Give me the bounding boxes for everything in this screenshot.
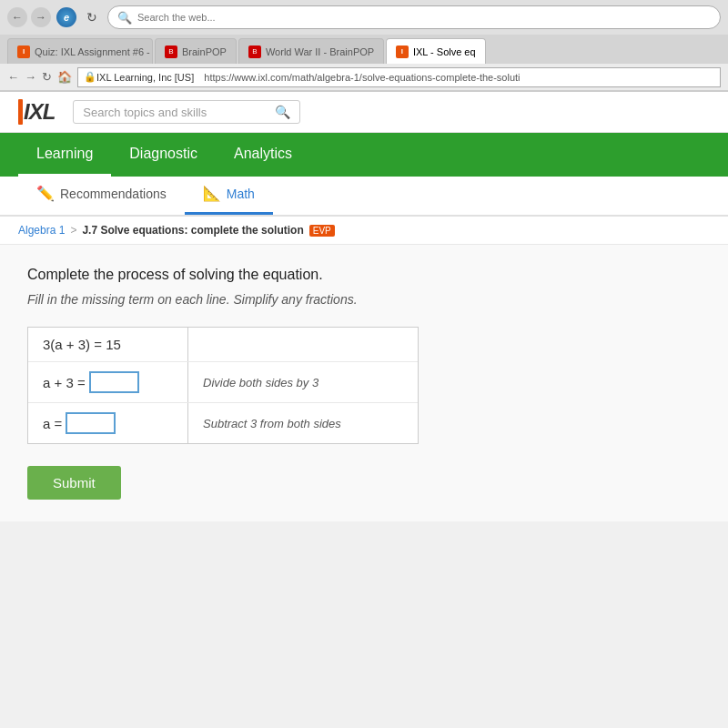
search-icon: 🔍: [117, 11, 132, 25]
submit-button[interactable]: Submit: [27, 466, 121, 500]
search-bar[interactable]: Search topics and skills 🔍: [73, 100, 300, 124]
nav-item-learning[interactable]: Learning: [18, 133, 111, 177]
url-back-button[interactable]: ←: [7, 70, 19, 84]
nav-item-analytics[interactable]: Analytics: [216, 133, 310, 177]
tab-label-quiz: Quiz: IXL Assignment #6 - I: [35, 46, 153, 57]
recommendations-icon: ✏️: [36, 185, 55, 202]
sub-tab-math[interactable]: 📐 Math: [185, 175, 273, 215]
breadcrumb: Algebra 1 > J.7 Solve equations: complet…: [18, 224, 710, 237]
address-input[interactable]: [137, 12, 711, 23]
search-icon-btn[interactable]: 🔍: [275, 105, 290, 119]
breadcrumb-bar: Algebra 1 > J.7 Solve equations: complet…: [0, 217, 728, 245]
refresh-button[interactable]: ↻: [82, 7, 102, 27]
nav-label-diagnostic: Diagnostic: [129, 146, 197, 162]
tab-favicon-brain1: B: [165, 46, 177, 58]
problem-title: Complete the process of solving the equa…: [27, 267, 701, 283]
equation-cell-right-3: Subtract 3 from both sides: [188, 403, 418, 443]
url-bar-row: ← → ↻ 🏠 🔒 IXL Learning, Inc [US] https:/…: [0, 64, 728, 91]
nav-label-analytics: Analytics: [234, 146, 292, 162]
sub-tab-label-recommendations: Recommendations: [60, 187, 167, 201]
back-button[interactable]: ←: [7, 7, 27, 27]
equation-prefix-2: a + 3 =: [43, 375, 86, 390]
equation-cell-right-1: [188, 328, 418, 361]
browser-chrome: ← → e ↻ 🔍 I Quiz: IXL Assignment #6 - I …: [0, 0, 728, 92]
main-content: Complete the process of solving the equa…: [0, 245, 728, 521]
tab-worldwar[interactable]: B World War II - BrainPOP: [238, 38, 384, 64]
equation-row-3: a = Subtract 3 from both sides: [28, 403, 418, 443]
breadcrumb-parent[interactable]: Algebra 1: [18, 224, 65, 237]
equation-cell-right-2: Divide both sides by 3: [188, 362, 418, 402]
answer-input-1[interactable]: [89, 371, 139, 393]
tab-quiz-ixl[interactable]: I Quiz: IXL Assignment #6 - I: [7, 38, 153, 64]
ie-logo-text: e: [64, 12, 69, 23]
tabs-bar: I Quiz: IXL Assignment #6 - I B BrainPOP…: [0, 35, 728, 64]
breadcrumb-separator: >: [70, 224, 76, 237]
math-icon: 📐: [203, 185, 221, 202]
equation-row-1: 3(a + 3) = 15: [28, 328, 418, 362]
forward-button[interactable]: →: [31, 7, 51, 27]
sub-tab-recommendations[interactable]: ✏️ Recommendations: [18, 175, 185, 215]
tab-brainpop[interactable]: B BrainPOP: [155, 38, 237, 64]
sub-tab-label-math: Math: [227, 187, 255, 201]
url-refresh-button[interactable]: ↻: [42, 70, 52, 84]
lock-icon: 🔒: [84, 71, 96, 83]
ixl-logo-bar: [18, 99, 23, 125]
nav-bar: Learning Diagnostic Analytics: [0, 133, 728, 177]
equation-cell-left-3: a =: [28, 403, 187, 443]
tab-label-ixlsolve: IXL - Solve eq: [413, 46, 476, 57]
url-text: https://www.ixl.com/math/algebra-1/solve…: [201, 72, 520, 83]
ixl-logo: IXL: [18, 99, 55, 125]
tab-label-brainpop: BrainPOP: [182, 46, 227, 57]
tab-favicon-ixl1: I: [17, 46, 30, 58]
browser-toolbar: ← → e ↻ 🔍: [0, 0, 728, 35]
ixl-logo-text: IXL: [24, 99, 55, 125]
url-field[interactable]: 🔒 IXL Learning, Inc [US] https://www.ixl…: [77, 67, 721, 87]
tab-label-worldwar: World War II - BrainPOP: [266, 46, 374, 57]
equation-row-2: a + 3 = Divide both sides by 3: [28, 362, 418, 403]
equation-hint-2: Divide both sides by 3: [203, 376, 318, 389]
address-bar[interactable]: 🔍: [107, 5, 721, 29]
tab-favicon-ixl2: I: [396, 46, 409, 58]
nav-buttons: ← →: [7, 7, 51, 27]
equation-hint-3: Subtract 3 from both sides: [203, 417, 341, 430]
sub-tabs: ✏️ Recommendations 📐 Math: [0, 177, 728, 217]
ie-logo: e: [56, 7, 76, 27]
problem-subtitle: Fill in the missing term on each line. S…: [27, 292, 701, 307]
breadcrumb-badge: EVP: [309, 225, 335, 237]
equation-cell-left-2: a + 3 =: [28, 362, 187, 402]
equation-prefix-3: a =: [43, 416, 62, 431]
equation-text-1: 3(a + 3) = 15: [43, 337, 121, 352]
home-icon: 🏠: [57, 70, 72, 84]
nav-item-diagnostic[interactable]: Diagnostic: [111, 133, 216, 177]
breadcrumb-current: J.7 Solve equations: complete the soluti…: [82, 224, 303, 237]
tab-ixl-solve[interactable]: I IXL - Solve eq: [386, 38, 486, 64]
equation-table: 3(a + 3) = 15 a + 3 = Divide both sides …: [27, 327, 419, 444]
equation-cell-left-1: 3(a + 3) = 15: [28, 328, 187, 361]
ixl-header: IXL Search topics and skills 🔍: [0, 92, 728, 133]
search-placeholder: Search topics and skills: [83, 106, 268, 119]
site-info: IXL Learning, Inc [US]: [96, 72, 194, 83]
url-forward-button[interactable]: →: [25, 70, 36, 84]
nav-label-learning: Learning: [36, 146, 93, 162]
answer-input-2[interactable]: [66, 412, 116, 434]
tab-favicon-brain2: B: [248, 46, 261, 58]
